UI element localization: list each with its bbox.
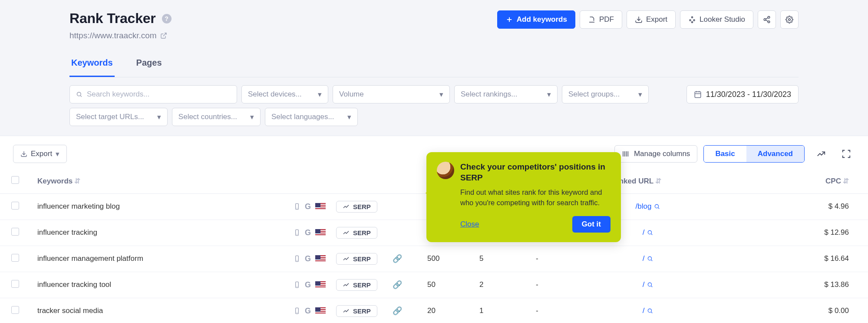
cpc-value: $ 12.96 [824,228,849,236]
svg-rect-33 [296,256,299,261]
ranked-url-link[interactable]: / [643,254,653,263]
column-cpc[interactable]: CPC⇵ [691,169,868,193]
trend-icon [343,229,350,236]
svg-line-44 [651,312,653,313]
row-checkbox[interactable] [11,228,19,236]
select-groups[interactable]: Select groups... ▾ [562,85,649,103]
table-row: influencer management platform G SERP 🔗 … [0,246,868,272]
select-devices[interactable]: Select devices... ▾ [241,85,328,103]
select-devices-label: Select devices... [248,90,302,99]
table-export-label: Export [31,150,52,158]
ranked-url-link[interactable]: / [643,228,653,237]
volume-value: 20 [427,306,436,315]
tab-pages[interactable]: Pages [135,58,164,77]
svg-line-28 [658,208,660,209]
serp-button[interactable]: SERP [336,227,377,239]
popover-text: Find out what sites rank for this keywor… [460,187,611,208]
chevron-down-icon: ▾ [638,90,642,99]
site-url[interactable]: https://www.traackr.com [69,31,172,40]
search-input[interactable] [87,90,231,99]
cpc-value: $ 4.96 [828,202,849,210]
trend-icon [343,255,350,262]
row-checkbox[interactable] [11,254,19,262]
keyword-text: influencer tracking [37,228,97,237]
svg-point-43 [648,309,652,312]
looker-icon [688,16,696,23]
chevron-down-icon: ▾ [157,113,161,122]
ranked-url-link[interactable]: /blog [636,202,660,211]
select-countries[interactable]: Select countries... ▾ [172,108,261,126]
row-checkbox[interactable] [11,306,19,314]
settings-button[interactable] [780,10,799,29]
select-languages[interactable]: Select languages... ▾ [265,108,358,126]
sort-icon: ⇵ [655,177,661,185]
page-title: Rank Tracker [69,10,156,27]
fullscreen-icon-button[interactable] [838,145,855,163]
volume-value: 50 [427,280,436,289]
popover-close-link[interactable]: Close [460,220,479,229]
select-all-checkbox[interactable] [11,176,19,184]
table-export-button[interactable]: Export ▾ [13,145,67,163]
svg-point-9 [764,19,766,21]
export-button[interactable]: Export [627,10,676,29]
select-rankings[interactable]: Select rankings... ▾ [454,85,558,103]
add-keywords-button[interactable]: Add keywords [497,10,575,29]
tab-keywords[interactable]: Keywords [69,58,115,77]
svg-line-40 [651,286,653,287]
manage-columns-label: Manage columns [634,150,690,158]
manage-columns-button[interactable]: Manage columns [614,145,697,163]
share-button[interactable] [758,10,776,29]
position-value: 2 [479,280,483,289]
select-target-urls[interactable]: Select target URLs... ▾ [69,108,168,126]
search-input-wrapper[interactable] [69,85,237,103]
magnify-icon [654,203,660,210]
help-icon[interactable]: ? [162,14,172,23]
svg-point-31 [648,230,652,234]
position-value: 5 [479,254,483,263]
chart-icon [816,149,826,159]
keyword-text: influencer marketing blog [37,202,120,211]
keyword-text: influencer tracking tool [37,280,111,289]
row-checkbox[interactable] [11,280,19,288]
search-icon [76,91,83,98]
svg-point-10 [768,21,770,23]
svg-point-35 [648,256,652,260]
link-icon: 🔗 [393,280,402,289]
select-volume[interactable]: Volume ▾ [333,85,450,103]
download-icon [20,150,27,157]
popover-got-it-button[interactable]: Got it [572,216,611,233]
view-basic[interactable]: Basic [704,146,746,162]
us-flag-icon [315,281,326,288]
ranked-url-link[interactable]: / [643,280,653,289]
google-icon: G [305,254,311,263]
competitors-popover: Check your competitors' positions in SER… [426,152,621,242]
svg-line-36 [651,260,653,261]
svg-line-32 [651,234,653,235]
serp-button[interactable]: SERP [336,305,377,317]
serp-button[interactable]: SERP [336,201,377,213]
us-flag-icon [315,255,326,262]
volume-value: 500 [427,254,439,263]
chevron-down-icon: ▾ [547,90,551,99]
chevron-down-icon: ▾ [439,90,443,99]
external-link-icon [160,32,167,39]
keyword-text: tracker social media [37,306,103,315]
svg-point-6 [693,20,695,21]
ranked-url-link[interactable]: / [643,306,653,315]
svg-point-5 [690,20,691,21]
column-keywords[interactable]: Keywords⇵ [27,169,331,193]
gear-icon [785,16,793,23]
chart-icon-button[interactable] [812,145,830,163]
pdf-button[interactable]: PDF [580,10,622,29]
row-checkbox[interactable] [11,202,19,210]
serp-button[interactable]: SERP [336,253,377,265]
chevron-down-icon: ▾ [318,90,322,99]
magnify-icon [647,282,653,288]
looker-button[interactable]: Looker Studio [680,10,753,29]
chevron-down-icon: ▾ [347,113,351,122]
view-advanced[interactable]: Advanced [746,146,804,162]
magnify-icon [647,308,653,314]
table-row: tracker social media G SERP 🔗 20 1 - / $… [0,298,868,323]
serp-button[interactable]: SERP [336,279,377,291]
date-range-picker[interactable]: 11/30/2023 - 11/30/2023 [686,85,799,103]
